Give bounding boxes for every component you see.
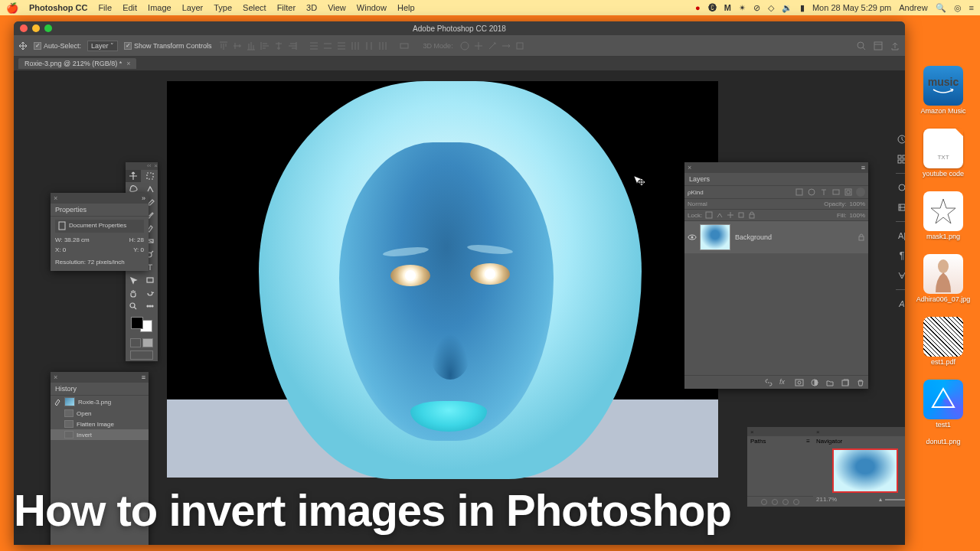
distribute-right-icon[interactable] — [377, 41, 388, 51]
distribute-hcenter-icon[interactable] — [364, 41, 374, 51]
spotlight-icon[interactable]: 🔍 — [936, 3, 946, 13]
paragraph-panel-icon[interactable]: ¶ — [896, 249, 905, 262]
paths-tab[interactable]: Paths≡ — [747, 436, 813, 445]
path-to-selection-icon[interactable] — [782, 499, 789, 505]
autoselect-checkbox[interactable]: ✓Auto-Select: — [34, 42, 81, 50]
status-clock[interactable]: Mon 28 May 5:29 pm — [812, 3, 891, 12]
filter-pixel-icon[interactable] — [795, 187, 804, 197]
slide-icon[interactable] — [501, 41, 511, 51]
stroke-path-icon[interactable] — [772, 499, 778, 505]
share-icon[interactable] — [890, 41, 900, 51]
glyphs-panel-icon[interactable] — [896, 269, 905, 282]
selection-to-path-icon[interactable] — [793, 499, 799, 505]
opacity-value[interactable]: 100% — [850, 201, 865, 207]
status-cc-icon[interactable]: 🅒 — [708, 3, 717, 12]
distribute-top-icon[interactable] — [309, 41, 319, 51]
zoom-tool[interactable] — [126, 300, 141, 312]
history-item-selected[interactable]: Invert — [51, 429, 149, 440]
character-panel-icon[interactable]: A| — [896, 230, 905, 242]
window-zoom-icon[interactable] — [44, 24, 52, 32]
desktop-icon-mask1[interactable]: mask1.png — [923, 191, 963, 240]
status-dnd-icon[interactable]: ⊘ — [753, 3, 760, 13]
align-hcenter-icon[interactable] — [273, 41, 284, 51]
filter-toggle-icon[interactable] — [856, 187, 865, 197]
close-tab-icon[interactable]: × — [126, 60, 130, 67]
document-properties-row[interactable]: Document Properties — [55, 220, 144, 233]
panel-close-icon[interactable]: × — [688, 164, 691, 171]
history-panel-icon[interactable] — [896, 133, 905, 145]
workspace-icon[interactable] — [873, 41, 884, 51]
layer-name[interactable]: Background — [735, 233, 772, 241]
status-m-icon[interactable]: M — [724, 3, 731, 12]
filter-smart-icon[interactable] — [844, 187, 853, 197]
panel-close-icon[interactable]: × — [54, 373, 57, 381]
distribute-bottom-icon[interactable] — [336, 41, 347, 51]
lock-position-icon[interactable] — [727, 211, 734, 219]
styles-panel-icon[interactable]: A — [896, 298, 905, 310]
app-menu[interactable]: Photoshop CC — [29, 3, 87, 12]
status-wifi-icon[interactable]: ◇ — [768, 3, 774, 13]
showtransform-checkbox[interactable]: ✓Show Transform Controls — [124, 42, 212, 50]
status-record-icon[interactable]: ● — [695, 3, 701, 12]
scale3d-icon[interactable] — [514, 41, 525, 51]
history-brush-source-icon[interactable] — [54, 398, 61, 406]
siri-icon[interactable]: ◎ — [954, 3, 962, 13]
menu-file[interactable]: File — [98, 3, 112, 12]
document-tab[interactable]: Roxie-3.png @ 212% (RGB/8) * × — [18, 58, 136, 69]
menu-type[interactable]: Type — [214, 3, 232, 12]
window-close-icon[interactable] — [20, 24, 28, 32]
swatches-panel-icon[interactable] — [896, 153, 905, 165]
color-swatches[interactable] — [129, 315, 154, 334]
panel-close-icon[interactable]: × — [750, 429, 754, 435]
window-titlebar[interactable]: Adobe Photoshop CC 2018 — [14, 21, 905, 35]
brushes-panel-icon[interactable] — [896, 181, 905, 194]
history-item[interactable]: Open — [51, 408, 149, 419]
rotateview-tool[interactable] — [142, 287, 158, 299]
align-top-icon[interactable] — [218, 41, 229, 51]
distribute-vcenter-icon[interactable] — [322, 41, 333, 51]
panel-close-icon[interactable]: × — [54, 194, 57, 202]
layer-row[interactable]: Background — [684, 221, 868, 253]
filter-adjustment-icon[interactable] — [807, 187, 816, 197]
align-vcenter-icon[interactable] — [232, 41, 243, 51]
folder-icon[interactable] — [825, 378, 835, 387]
navigator-tab[interactable]: Navigator≡ — [813, 436, 905, 445]
layer-style-icon[interactable]: fx — [779, 378, 789, 387]
menu-window[interactable]: Window — [357, 3, 387, 12]
desktop-icon-est1-pdf[interactable]: est1.pdf — [923, 317, 963, 366]
lock-transparency-icon[interactable] — [705, 211, 713, 219]
desktop-icon-donut1[interactable]: donut1.png — [926, 438, 960, 445]
autoselect-target-select[interactable]: Layer ˅ — [87, 41, 118, 51]
apple-menu-icon[interactable]: 🍎 — [6, 2, 18, 14]
filter-shape-icon[interactable] — [831, 187, 841, 197]
navigator-thumbnail[interactable] — [832, 448, 898, 493]
rectangle-tool[interactable] — [142, 274, 158, 286]
blend-mode-select[interactable]: Normal — [688, 201, 727, 207]
align-right-icon[interactable] — [287, 41, 298, 51]
zoom-out-icon[interactable]: ▴ — [879, 496, 882, 503]
status-user[interactable]: Andrew — [899, 3, 927, 12]
fill-value[interactable]: 100% — [850, 212, 865, 219]
menu-help[interactable]: Help — [397, 3, 415, 12]
fill-path-icon[interactable] — [761, 499, 767, 505]
move-tool-icon[interactable] — [18, 41, 28, 51]
lock-image-icon[interactable] — [716, 211, 724, 219]
layers-tab[interactable]: Layers — [684, 173, 868, 186]
screenmode-icon[interactable] — [130, 350, 153, 360]
quickmask-mode-icon[interactable] — [142, 338, 153, 347]
libraries-panel-icon[interactable] — [896, 201, 905, 214]
distribute-left-icon[interactable] — [350, 41, 361, 51]
menu-view[interactable]: View — [328, 3, 346, 12]
status-volume-icon[interactable]: 🔉 — [782, 3, 792, 13]
menu-select[interactable]: Select — [243, 3, 266, 12]
new-layer-icon[interactable] — [841, 378, 850, 387]
pathselect-tool[interactable] — [126, 274, 141, 286]
delete-layer-icon[interactable] — [856, 378, 865, 387]
lock-icon[interactable] — [858, 233, 865, 241]
align-bottom-icon[interactable] — [246, 41, 256, 51]
artboard-tool[interactable] — [142, 170, 158, 182]
navigator-zoom[interactable]: 211.7% — [816, 496, 837, 503]
adjustment-layer-icon[interactable] — [810, 378, 819, 387]
layers-filter-select[interactable]: ρKind — [688, 189, 704, 196]
history-tab[interactable]: History — [51, 383, 149, 396]
